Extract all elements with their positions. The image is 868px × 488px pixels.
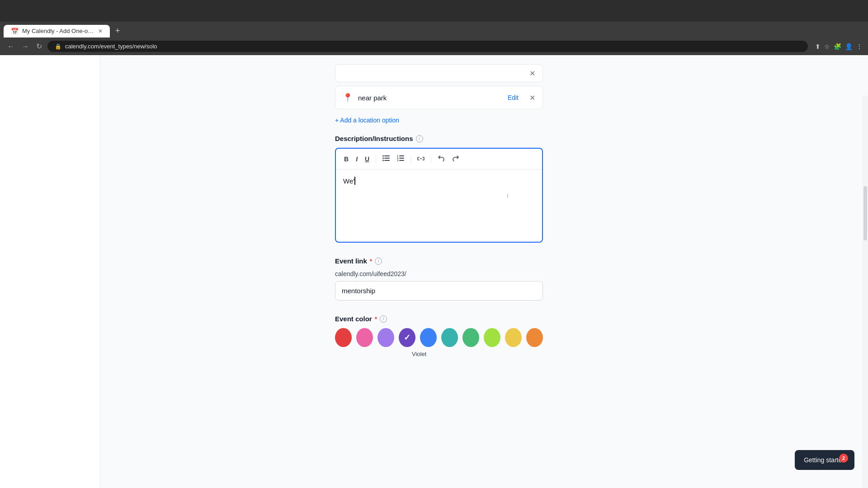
italic-button[interactable]: I — [353, 154, 360, 164]
main-content: ✕ 📍 near park Edit ✕ + Add a location op… — [100, 55, 778, 488]
event-color-info-icon[interactable]: i — [380, 315, 387, 323]
getting-started-toast[interactable]: Getting started 2 — [795, 450, 854, 470]
scrollbar-track[interactable] — [863, 96, 868, 488]
event-link-info-icon[interactable]: i — [375, 258, 382, 265]
bold-button[interactable]: B — [341, 154, 351, 164]
svg-point-2 — [382, 158, 384, 159]
event-link-section: Event link * i calendly.com/uifeed2023/ — [335, 257, 543, 300]
toolbar-divider-3 — [431, 155, 431, 163]
color-swatch-purple[interactable] — [377, 328, 394, 347]
top-card-close[interactable]: ✕ — [529, 69, 535, 78]
event-color-section: Event color * i Violet — [335, 315, 543, 357]
description-editor[interactable]: B I U — [335, 148, 543, 243]
color-swatch-green[interactable] — [462, 328, 479, 347]
editor-toolbar: B I U — [336, 149, 542, 169]
selected-color-label: Violet — [412, 351, 426, 357]
svg-rect-9 — [399, 158, 404, 159]
description-section: Description/Instructions i B I U — [335, 135, 543, 243]
scrollbar-thumb[interactable] — [863, 186, 867, 240]
numbered-list-button[interactable]: 1. 2. 3. — [394, 153, 407, 164]
profile-button[interactable]: 👤 — [845, 43, 853, 50]
bullet-list-button[interactable] — [380, 153, 392, 164]
color-swatch-red[interactable] — [335, 328, 352, 347]
add-location-link[interactable]: + Add a location option — [335, 117, 543, 124]
description-info-icon[interactable]: i — [416, 135, 423, 142]
editor-text: We' — [343, 177, 354, 185]
color-swatch-yellow[interactable] — [505, 328, 522, 347]
color-swatch-orange[interactable] — [526, 328, 543, 347]
toast-wrapper: Getting started 2 — [804, 456, 845, 464]
event-link-label: Event link * i — [335, 257, 543, 265]
color-swatch-blue[interactable] — [420, 328, 437, 347]
forward-button[interactable]: → — [20, 41, 31, 52]
color-swatch-lime[interactable] — [484, 328, 500, 347]
link-button[interactable] — [415, 154, 427, 164]
address-bar[interactable]: 🔒 calendly.com/event_types/new/solo — [47, 41, 808, 52]
editor-content-area[interactable]: We' I — [336, 169, 542, 242]
redo-button[interactable] — [449, 153, 462, 164]
refresh-button[interactable]: ↻ — [34, 40, 44, 52]
undo-button[interactable] — [435, 153, 448, 164]
toolbar-divider-2 — [410, 155, 411, 163]
link-prefix-text: calendly.com/uifeed2023/ — [335, 270, 543, 277]
cursor-position-indicator: I — [507, 193, 508, 199]
event-link-required-star: * — [370, 258, 372, 265]
color-swatch-pink[interactable] — [356, 328, 373, 347]
toast-badge: 2 — [839, 454, 848, 463]
active-tab[interactable]: 📅 My Calendly - Add One-on-One ✕ — [4, 25, 110, 38]
color-swatch-violet[interactable] — [399, 328, 415, 347]
svg-rect-5 — [384, 160, 390, 161]
svg-rect-3 — [384, 158, 390, 159]
back-button[interactable]: ← — [5, 41, 16, 52]
color-swatches-container — [335, 328, 543, 347]
tab-favicon: 📅 — [11, 28, 19, 35]
right-panel — [778, 55, 868, 488]
left-sidebar — [0, 55, 100, 488]
tab-title: My Calendly - Add One-on-One — [22, 28, 94, 34]
color-label-row: Violet — [335, 351, 543, 357]
color-swatch-teal[interactable] — [441, 328, 458, 347]
location-text: near park — [358, 94, 502, 102]
bookmark-button[interactable]: ☆ — [824, 43, 830, 50]
svg-rect-1 — [384, 155, 390, 156]
share-button[interactable]: ⬆ — [815, 43, 821, 50]
tab-close-icon[interactable]: ✕ — [98, 28, 103, 34]
location-card: 📍 near park Edit ✕ — [335, 86, 543, 109]
event-color-label: Event color * i — [335, 315, 543, 323]
location-pin-icon: 📍 — [343, 93, 353, 103]
event-link-input[interactable] — [335, 281, 543, 300]
toolbar-divider-1 — [376, 155, 376, 163]
svg-text:3.: 3. — [397, 159, 399, 161]
url-text: calendly.com/event_types/new/solo — [65, 43, 157, 50]
menu-button[interactable]: ⋮ — [856, 43, 863, 50]
svg-rect-7 — [399, 155, 404, 156]
location-edit-button[interactable]: Edit — [508, 94, 519, 101]
description-label: Description/Instructions i — [335, 135, 543, 142]
event-color-required-star: * — [375, 315, 377, 323]
svg-point-0 — [382, 155, 384, 157]
text-cursor — [354, 177, 355, 185]
new-tab-button[interactable]: + — [112, 24, 124, 38]
svg-rect-11 — [399, 160, 404, 161]
extensions-button[interactable]: 🧩 — [834, 43, 841, 50]
lock-icon: 🔒 — [55, 43, 61, 50]
svg-point-4 — [382, 160, 384, 161]
underline-button[interactable]: U — [362, 154, 372, 164]
top-card-partial: ✕ — [335, 64, 543, 82]
location-close-button[interactable]: ✕ — [529, 94, 535, 102]
